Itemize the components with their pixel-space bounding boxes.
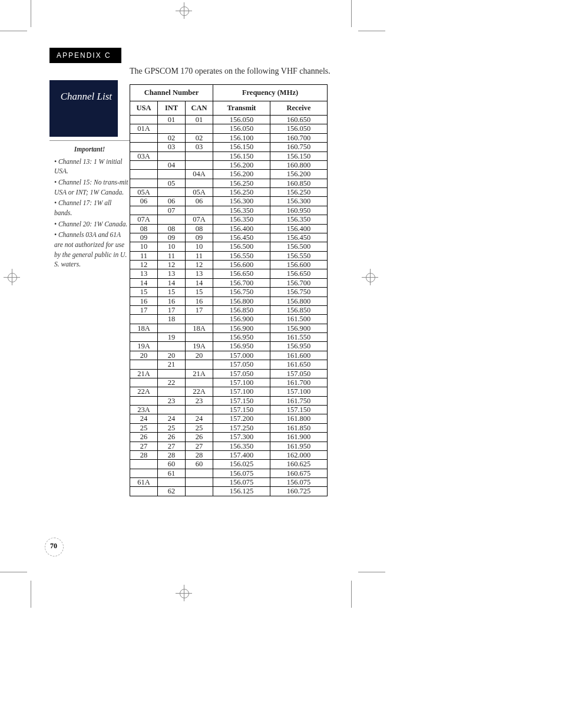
cell [158, 124, 186, 133]
table-row: 61156.075160.675 [130, 469, 328, 477]
cell: 06 [130, 197, 158, 206]
cell: 28 [130, 450, 158, 459]
cell: 21A [130, 369, 158, 378]
cell [186, 315, 213, 324]
table-row: 0303156.150160.750 [130, 143, 328, 151]
cell: 13 [186, 269, 213, 278]
table-row: 18156.900161.500 [130, 315, 328, 324]
cell: 160.625 [270, 460, 328, 469]
cell: 14 [158, 278, 186, 287]
cell: 161.600 [270, 351, 328, 360]
table-row: 272727156.350161.950 [130, 442, 328, 450]
cell: 03 [186, 143, 213, 151]
cell: 60 [186, 460, 213, 469]
cell: 11 [158, 251, 186, 260]
cell: 26 [158, 433, 186, 442]
cell: 23A [130, 406, 158, 414]
cell: 161.900 [270, 433, 328, 442]
cell: 24 [158, 414, 186, 423]
cell: 05A [130, 188, 158, 197]
cell: 08 [130, 224, 158, 233]
cell: 156.950 [213, 333, 270, 342]
table-row: 19156.950161.550 [130, 333, 328, 342]
cell [130, 487, 158, 496]
table-row: 07A07A156.350156.350 [130, 215, 328, 224]
cell: 16 [186, 297, 213, 305]
cell [130, 469, 158, 477]
cell [130, 315, 158, 324]
table-row: 262626157.300161.900 [130, 433, 328, 442]
table-row: 04156.200160.800 [130, 160, 328, 169]
cell: 156.650 [213, 269, 270, 278]
cell: 157.000 [213, 351, 270, 360]
notes-list: Channel 13: 1 W initial USA.Channel 15: … [49, 157, 130, 269]
col-can: CAN [186, 101, 213, 116]
cell: 161.750 [270, 396, 328, 405]
table-row: 060606156.300156.300 [130, 197, 328, 206]
table-row: 161616156.800156.800 [130, 297, 328, 305]
cell: 157.400 [213, 450, 270, 459]
cell: 03 [158, 143, 186, 151]
cell: 160.675 [270, 469, 328, 477]
cell: 156.800 [270, 297, 328, 305]
cell: 01 [158, 116, 186, 124]
cell: 156.450 [213, 233, 270, 242]
cell: 12 [186, 261, 213, 269]
table-row: 141414156.700156.700 [130, 278, 328, 287]
cell: 01 [186, 116, 213, 124]
cell: 157.250 [213, 423, 270, 432]
cell [186, 478, 213, 487]
cell: 10 [130, 242, 158, 251]
table-row: 62156.125160.725 [130, 487, 328, 496]
note-item: Channel 15: No trans-mit USA or INT; 1W … [54, 177, 130, 197]
cell: 06 [158, 197, 186, 206]
table-row: 19A19A156.950156.950 [130, 342, 328, 351]
cell: 161.950 [270, 442, 328, 450]
table-row: 202020157.000161.600 [130, 351, 328, 360]
cell: 156.050 [270, 124, 328, 133]
cell: 23 [186, 396, 213, 405]
cell: 156.300 [213, 197, 270, 206]
cell: 17 [130, 305, 158, 314]
cell [130, 333, 158, 342]
sidebar-title: Channel List [49, 91, 118, 103]
cell: 157.050 [213, 360, 270, 369]
col-freq-group: Frequency (MHz) [213, 85, 328, 101]
cell [158, 215, 186, 224]
cell: 14 [186, 278, 213, 287]
cell: 05 [158, 179, 186, 187]
cell [186, 124, 213, 133]
cell: 156.350 [213, 215, 270, 224]
table-row: 01A156.050156.050 [130, 124, 328, 133]
table-row: 22A22A157.100157.100 [130, 387, 328, 396]
cell: 27 [158, 442, 186, 450]
intro-text: The GPSCOM 170 operates on the following… [130, 67, 330, 76]
cell: 157.300 [213, 433, 270, 442]
cell: 156.250 [270, 188, 328, 197]
cell: 156.200 [213, 160, 270, 169]
cell: 28 [186, 450, 213, 459]
table-row: 171717156.850156.850 [130, 305, 328, 314]
table-row: 6060156.025160.625 [130, 460, 328, 469]
cell: 156.550 [213, 251, 270, 260]
cell: 160.800 [270, 160, 328, 169]
cell: 14 [130, 278, 158, 287]
cell [130, 460, 158, 469]
cell: 24 [130, 414, 158, 423]
table-row: 151515156.750156.750 [130, 288, 328, 297]
cell [186, 179, 213, 187]
cell: 15 [186, 288, 213, 297]
cell [186, 160, 213, 169]
cell: 157.200 [213, 414, 270, 423]
cell: 26 [130, 433, 158, 442]
notes-header: Important! [49, 144, 130, 154]
cell [130, 116, 158, 124]
cell: 23 [158, 396, 186, 405]
cell: 07A [130, 215, 158, 224]
cell [158, 342, 186, 351]
table-row: 05A05A156.250156.250 [130, 188, 328, 197]
cell [186, 487, 213, 496]
cell: 160.725 [270, 487, 328, 496]
cell [158, 387, 186, 396]
table-row: 21157.050161.650 [130, 360, 328, 369]
